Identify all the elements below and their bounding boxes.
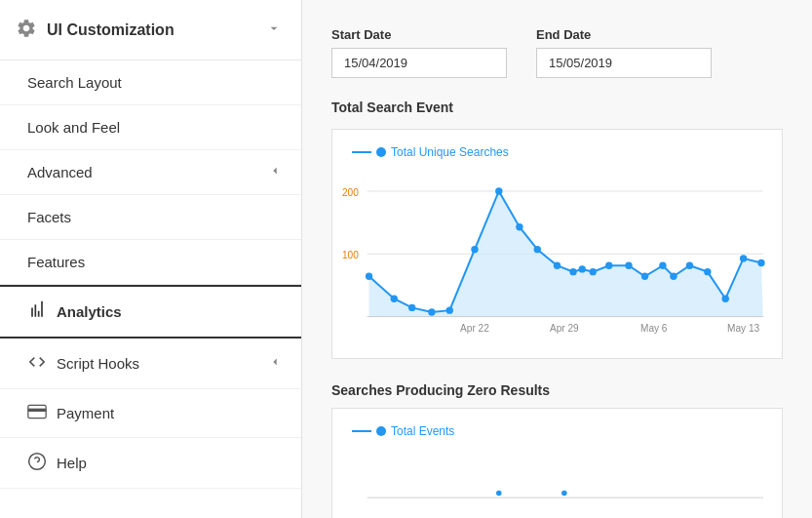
sidebar: UI Customization Search Layout Look and … xyxy=(0,0,302,518)
section2-title: Searches Producing Zero Results xyxy=(331,382,783,398)
sidebar-item-facets[interactable]: Facets xyxy=(0,195,301,240)
svg-point-27 xyxy=(670,273,677,280)
svg-point-40 xyxy=(561,491,567,497)
sidebar-nav: Search Layout Look and Feel Advanced Fac… xyxy=(0,60,301,489)
svg-point-17 xyxy=(516,223,522,230)
svg-point-19 xyxy=(554,262,561,269)
svg-point-23 xyxy=(605,262,612,269)
script-hooks-label: Script Hooks xyxy=(57,355,139,372)
chart1-legend: Total Unique Searches xyxy=(342,145,772,159)
payment-label: Payment xyxy=(57,405,114,421)
sidebar-item-script-hooks[interactable]: Script Hooks xyxy=(0,339,301,389)
svg-text:100: 100 xyxy=(342,250,359,260)
chart1-svg: 200 100 xyxy=(342,169,772,348)
svg-text:May 13: May 13 xyxy=(727,323,759,334)
svg-point-28 xyxy=(686,262,693,269)
sidebar-item-label: Facets xyxy=(27,209,71,225)
svg-point-15 xyxy=(471,246,478,253)
sidebar-item-search-layout[interactable]: Search Layout xyxy=(0,60,301,105)
analytics-label: Analytics xyxy=(57,303,122,320)
svg-text:200: 200 xyxy=(342,187,359,198)
svg-point-11 xyxy=(391,296,398,302)
svg-point-16 xyxy=(495,187,502,194)
svg-text:Apr 22: Apr 22 xyxy=(460,323,489,334)
help-label: Help xyxy=(57,455,87,471)
svg-point-18 xyxy=(534,246,541,253)
start-date-label: Start Date xyxy=(331,27,507,42)
sidebar-item-features[interactable]: Features xyxy=(0,240,301,285)
legend1-label: Total Unique Searches xyxy=(391,145,509,159)
chevron-left-icon xyxy=(268,355,282,372)
sidebar-item-label: Search Layout xyxy=(27,74,122,91)
gear-icon xyxy=(16,18,37,42)
legend2: Total Events xyxy=(352,424,454,438)
chevron-down-icon[interactable] xyxy=(266,20,282,39)
chevron-left-icon xyxy=(268,164,282,180)
payment-icon xyxy=(27,403,47,423)
sidebar-item-payment[interactable]: Payment xyxy=(0,389,301,438)
sidebar-item-look-and-feel[interactable]: Look and Feel xyxy=(0,105,301,150)
svg-text:May 6: May 6 xyxy=(640,323,668,334)
legend2-dash xyxy=(352,430,371,432)
legend2-dot xyxy=(376,426,386,436)
sidebar-item-help[interactable]: Help xyxy=(0,438,301,489)
svg-point-25 xyxy=(641,273,648,280)
section1-title: Total Search Event xyxy=(331,100,783,115)
chart2-legend: Total Events xyxy=(342,424,772,438)
svg-point-39 xyxy=(496,491,502,497)
svg-point-13 xyxy=(428,308,435,315)
section1: Total Search Event Total Unique Searches… xyxy=(331,100,783,359)
legend-dash xyxy=(352,151,371,153)
svg-point-22 xyxy=(590,268,597,275)
sidebar-item-label: Features xyxy=(27,254,85,270)
sidebar-item-advanced[interactable]: Advanced xyxy=(0,150,301,195)
analytics-icon xyxy=(27,300,47,323)
svg-text:Apr 29: Apr 29 xyxy=(550,323,579,334)
date-row: Start Date End Date xyxy=(331,27,783,78)
legend2-label: Total Events xyxy=(391,424,454,438)
svg-point-31 xyxy=(740,255,747,261)
legend-dot xyxy=(376,147,386,157)
svg-point-10 xyxy=(366,273,372,280)
svg-point-30 xyxy=(722,296,729,302)
svg-point-14 xyxy=(446,306,453,313)
help-icon xyxy=(27,452,47,474)
svg-point-26 xyxy=(659,262,666,269)
sidebar-item-label: Advanced xyxy=(27,164,93,180)
code-icon xyxy=(27,352,47,375)
svg-point-12 xyxy=(408,304,415,311)
svg-point-21 xyxy=(579,265,586,272)
svg-point-32 xyxy=(757,259,764,266)
main-content: Start Date End Date Total Search Event T… xyxy=(302,0,812,518)
svg-point-20 xyxy=(569,268,576,275)
chart2-svg xyxy=(342,444,772,516)
svg-rect-1 xyxy=(28,409,46,412)
start-date-field: Start Date xyxy=(331,27,507,78)
legend1: Total Unique Searches xyxy=(352,145,509,159)
section2: Searches Producing Zero Results Total Ev… xyxy=(331,382,783,518)
sidebar-header[interactable]: UI Customization xyxy=(0,0,301,60)
chart2-container: Total Events xyxy=(331,408,783,518)
sidebar-item-analytics[interactable]: Analytics xyxy=(0,285,301,339)
end-date-label: End Date xyxy=(536,27,712,42)
sidebar-title: UI Customization xyxy=(47,21,174,39)
start-date-input[interactable] xyxy=(331,48,507,78)
chart1-container: Total Unique Searches 200 100 xyxy=(331,129,783,359)
end-date-field: End Date xyxy=(536,27,712,78)
svg-point-24 xyxy=(625,262,632,269)
svg-point-29 xyxy=(704,268,711,275)
svg-point-2 xyxy=(29,454,46,470)
sidebar-item-label: Look and Feel xyxy=(27,119,120,136)
end-date-input[interactable] xyxy=(536,48,712,78)
